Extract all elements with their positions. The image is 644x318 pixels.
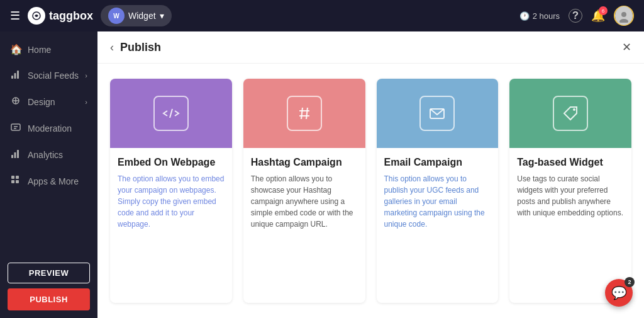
tag-icon: [553, 96, 588, 131]
widget-chevron-icon: ▾: [160, 11, 164, 21]
svg-rect-12: [16, 176, 19, 179]
svg-point-1: [621, 12, 626, 17]
sidebar-item-home[interactable]: 🏠 Home: [0, 37, 97, 62]
sidebar-item-social-feeds[interactable]: Social Feeds ›: [0, 62, 97, 89]
user-avatar-image: [615, 6, 633, 25]
panel-header: ‹ Publish ✕: [97, 31, 644, 64]
hamburger-icon[interactable]: ☰: [10, 9, 20, 23]
chevron-icon-design: ›: [85, 98, 87, 106]
card-hashtag-image: [243, 79, 365, 148]
panel-header-left: ‹ Publish: [110, 41, 161, 54]
publish-button[interactable]: PUBLISH: [8, 288, 90, 310]
card-embed-image: [110, 79, 232, 148]
sidebar-item-apps-more[interactable]: Apps & More: [0, 168, 97, 195]
svg-rect-13: [11, 180, 14, 183]
card-tag-title: Tag-based Widget: [517, 157, 624, 168]
card-email-body: Email Campaign This option allows you to…: [377, 148, 499, 240]
panel-title: Publish: [120, 41, 161, 54]
card-embed[interactable]: Embed On Webpage The option allows you t…: [110, 79, 232, 303]
widget-avatar: W: [108, 8, 125, 24]
svg-rect-5: [17, 71, 19, 79]
top-header: ☰ taggbox W Widget ▾ 🕐 2 hours ? 🔔 6: [0, 0, 644, 31]
card-email-image: [377, 79, 499, 148]
home-icon: 🏠: [10, 43, 21, 55]
sidebar-label-design: Design: [28, 97, 55, 107]
logo: taggbox: [28, 7, 93, 25]
svg-line-18: [301, 108, 303, 119]
svg-point-21: [573, 108, 575, 111]
logo-icon: [28, 7, 45, 25]
code-icon: [153, 96, 189, 131]
cards-grid: Embed On Webpage The option allows you t…: [97, 64, 644, 318]
card-tag-image: [509, 79, 631, 148]
social-feeds-icon: [10, 69, 21, 82]
sidebar: 🏠 Home Social Feeds › Design › Moderatio…: [0, 31, 97, 318]
sidebar-label-home: Home: [28, 45, 51, 55]
card-email[interactable]: Email Campaign This option allows you to…: [377, 79, 499, 303]
header-left: ☰ taggbox W Widget ▾: [10, 5, 172, 26]
svg-rect-9: [14, 152, 16, 158]
analytics-icon: [10, 149, 21, 161]
help-icon[interactable]: ?: [569, 9, 582, 23]
svg-rect-3: [11, 76, 13, 79]
widget-selector[interactable]: W Widget ▾: [101, 5, 172, 26]
time-label: 2 hours: [533, 11, 560, 21]
card-tag-body: Tag-based Widget Use tags to curate soci…: [509, 148, 631, 229]
header-right: 🕐 2 hours ? 🔔 6: [519, 6, 634, 26]
notification-icon[interactable]: 🔔 6: [591, 9, 605, 23]
hashtag-icon: [287, 96, 322, 131]
sidebar-label-apps-more: Apps & More: [28, 176, 79, 186]
svg-rect-11: [11, 176, 14, 179]
card-tag[interactable]: Tag-based Widget Use tags to curate soci…: [509, 79, 631, 303]
sidebar-item-analytics[interactable]: Analytics: [0, 142, 97, 168]
main-layout: 🏠 Home Social Feeds › Design › Moderatio…: [0, 31, 644, 318]
card-hashtag-body: Hashtag Campaign The option allows you t…: [243, 148, 365, 240]
sidebar-bottom: PREVIEW PUBLISH: [0, 255, 97, 318]
svg-line-15: [170, 109, 172, 118]
email-icon: [419, 96, 455, 131]
clock-icon: 🕐: [519, 11, 530, 21]
preview-button[interactable]: PREVIEW: [8, 263, 90, 283]
sidebar-item-moderation[interactable]: Moderation: [0, 115, 97, 142]
close-button[interactable]: ✕: [622, 40, 631, 54]
svg-point-2: [619, 19, 628, 23]
moderation-icon: [10, 122, 21, 135]
design-icon: [10, 96, 21, 108]
svg-rect-8: [11, 155, 13, 158]
sidebar-item-design[interactable]: Design ›: [0, 89, 97, 115]
card-email-desc: This option allows you to publish your U…: [384, 173, 491, 230]
card-embed-desc: The option allows you to embed your camp…: [118, 173, 225, 230]
svg-rect-14: [16, 180, 19, 183]
header-time: 🕐 2 hours: [519, 11, 560, 21]
svg-line-19: [306, 108, 308, 119]
card-hashtag-desc: The option allows you to showcase your H…: [251, 173, 358, 230]
svg-rect-10: [17, 150, 19, 158]
sidebar-label-moderation: Moderation: [28, 123, 72, 133]
notification-badge: 6: [599, 6, 608, 15]
user-avatar[interactable]: [614, 6, 634, 26]
chat-badge: 2: [625, 277, 635, 287]
sidebar-label-social-feeds: Social Feeds: [28, 71, 79, 81]
logo-text: taggbox: [49, 9, 93, 23]
card-embed-title: Embed On Webpage: [118, 157, 225, 168]
card-tag-desc: Use tags to curate social widgets with y…: [517, 173, 624, 219]
svg-rect-7: [11, 124, 20, 130]
chevron-icon: ›: [85, 72, 87, 79]
chat-icon: 💬: [611, 285, 627, 300]
card-email-title: Email Campaign: [384, 157, 491, 168]
sidebar-label-analytics: Analytics: [28, 150, 63, 160]
content-area: ‹ Publish ✕ Embed: [97, 31, 644, 318]
card-hashtag-title: Hashtag Campaign: [251, 157, 358, 168]
apps-icon: [10, 175, 21, 188]
svg-rect-4: [14, 73, 16, 79]
card-hashtag[interactable]: Hashtag Campaign The option allows you t…: [243, 79, 365, 303]
back-button[interactable]: ‹: [110, 41, 114, 54]
widget-label: Widget: [128, 11, 156, 21]
card-embed-body: Embed On Webpage The option allows you t…: [110, 148, 232, 240]
chat-bubble[interactable]: 💬 2: [605, 279, 633, 307]
